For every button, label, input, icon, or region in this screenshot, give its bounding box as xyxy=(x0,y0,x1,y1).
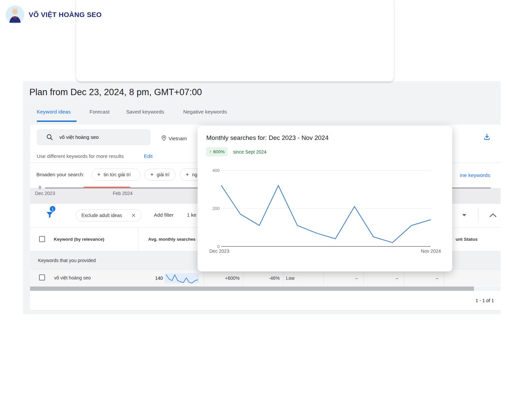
location-pin-icon xyxy=(161,134,167,142)
exclude-adult-ideas-chip[interactable]: Exclude adult ideas xyxy=(76,209,142,221)
row-yoy-change: -46% xyxy=(243,275,280,281)
tab-negative-keywords[interactable]: Negative keywords xyxy=(183,109,227,115)
row-top-bid-low: – xyxy=(363,275,398,281)
brand-name: VÕ VIỆT HOÀNG SEO xyxy=(29,11,102,19)
columns-caret-down-icon[interactable] xyxy=(462,214,466,216)
plan-chart-y-zero-label: 0 xyxy=(39,185,41,190)
filter-count-badge: 1 xyxy=(50,206,55,212)
active-tab-underline xyxy=(37,121,77,122)
collapse-chevron-up-icon[interactable] xyxy=(489,212,497,218)
plan-chart-red-series-segment xyxy=(83,187,130,188)
row-sparkline[interactable] xyxy=(165,273,199,283)
search-icon xyxy=(46,134,53,141)
top-overlay-card xyxy=(76,0,394,81)
row-avg-monthly-searches: 140 xyxy=(138,275,163,281)
broaden-chip-1-label: tin tức giải trí xyxy=(104,172,131,177)
plus-icon: + xyxy=(97,172,101,178)
keyword-count-fragment: 1 ke xyxy=(187,212,196,218)
page-title: Plan from Dec 23, 2024, 8 pm, GMT+07:00 xyxy=(29,87,202,97)
row-column-separator xyxy=(283,269,283,286)
header-account-status-fragment[interactable]: unt Status xyxy=(456,237,478,242)
broaden-chip-3-label: ng xyxy=(192,172,198,177)
edit-keywords-link[interactable]: Edit xyxy=(144,153,153,159)
select-all-checkbox[interactable] xyxy=(39,236,45,242)
pagination-label: 1 - 1 of 1 xyxy=(461,298,494,303)
row-checkbox[interactable] xyxy=(39,274,45,280)
row-three-month-change: +600% xyxy=(204,275,240,281)
location-selector[interactable]: Vietnam xyxy=(169,136,187,141)
brand-avatar xyxy=(6,5,24,24)
card-bottom-divider xyxy=(30,310,501,311)
filter-funnel-icon[interactable] xyxy=(45,210,54,219)
header-column-separator xyxy=(138,228,138,251)
row-top-bid-high: – xyxy=(404,275,438,281)
exclude-adult-ideas-label: Exclude adult ideas xyxy=(81,213,122,218)
monthly-searches-popup: Monthly searches for: Dec 2023 - Nov 202… xyxy=(198,126,452,271)
header-avg-monthly-searches[interactable]: Avg. monthly searches xyxy=(148,237,196,242)
horizontal-scrollbar-thumb[interactable] xyxy=(30,286,474,291)
row-column-separator xyxy=(444,269,444,286)
popup-xlabel-first: Dec 2023 xyxy=(209,248,229,254)
plus-icon: + xyxy=(186,172,189,178)
tab-forecast[interactable]: Forecast xyxy=(89,109,109,115)
broaden-search-label: Broaden your search: xyxy=(36,172,84,177)
toolbar-divider xyxy=(478,208,478,223)
plan-chart-x-label-dec: Dec 2023 xyxy=(35,191,55,196)
keyword-search-input[interactable]: võ việt hoàng seo xyxy=(37,129,151,145)
tab-keyword-ideas[interactable]: Keyword ideas xyxy=(37,109,71,115)
screenshot-root: Plan from Dec 23, 2024, 8 pm, GMT+07:00 … xyxy=(0,0,532,402)
popup-xlabel-last: Nov 2024 xyxy=(414,248,441,254)
broaden-chip-2[interactable]: + giải trí xyxy=(145,169,176,181)
broaden-chip-1[interactable]: + tin tức giải trí xyxy=(91,169,141,181)
header-keyword[interactable]: Keyword (by relevance) xyxy=(54,237,104,242)
row-competition: Low xyxy=(286,275,295,281)
plus-icon: + xyxy=(150,172,154,178)
add-filter-button[interactable]: Add filter xyxy=(154,212,174,218)
tab-saved-keywords[interactable]: Saved keywords xyxy=(126,109,164,115)
download-icon[interactable] xyxy=(483,133,491,141)
refine-keywords-link-fragment[interactable]: ine keywords xyxy=(460,172,490,178)
search-hint-text: Use different keywords for more results xyxy=(37,153,124,159)
row-keyword: võ việt hoàng seo xyxy=(54,275,91,280)
search-input-value: võ việt hoàng seo xyxy=(59,134,99,140)
plan-chart-x-label-feb: Feb 2024 xyxy=(113,191,132,196)
remove-filter-x-icon[interactable] xyxy=(131,213,136,218)
row-ad-impression-share: – xyxy=(323,275,358,281)
section-label: Keywords that you provided xyxy=(38,258,96,263)
broaden-chip-2-label: giải trí xyxy=(157,172,170,177)
